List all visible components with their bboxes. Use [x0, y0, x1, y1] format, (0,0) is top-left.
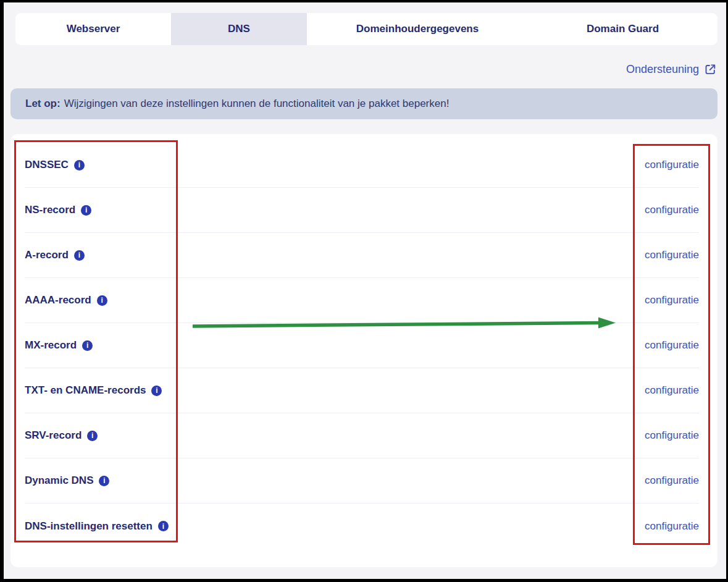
support-link-label: Ondersteuning [626, 63, 699, 76]
tab-dns[interactable]: DNS [171, 13, 307, 45]
setting-label: DNSSEC [25, 159, 69, 171]
info-icon[interactable]: i [99, 476, 109, 486]
setting-label: SRV-record [25, 429, 82, 442]
configuratie-link[interactable]: configuratie [645, 339, 699, 352]
setting-label: TXT- en CNAME-records [25, 384, 146, 397]
configuratie-link[interactable]: configuratie [645, 520, 699, 533]
setting-label: DNS-instellingen resetten [25, 520, 153, 533]
configuratie-link[interactable]: configuratie [645, 249, 699, 261]
tab-label: Domeinhoudergegevens [356, 23, 479, 35]
setting-label: AAAA-record [25, 294, 91, 306]
screenshot-frame: WebserverDNSDomeinhoudergegevensDomain G… [0, 0, 728, 582]
warning-banner-text: Wijzigingen van deze instellingen kunnen… [64, 98, 450, 110]
info-icon[interactable]: i [82, 340, 93, 351]
info-icon[interactable]: i [81, 205, 91, 216]
setting-label: NS-record [25, 204, 75, 216]
settings-row: MX-recordiconfiguratie [25, 323, 699, 368]
tab-bar: WebserverDNSDomeinhoudergegevensDomain G… [15, 13, 718, 45]
settings-row: DNS-instellingen resetteniconfiguratie [25, 504, 699, 549]
configuratie-link[interactable]: configuratie [645, 204, 699, 216]
warning-banner-prefix: Let op: [25, 98, 61, 110]
configuratie-link[interactable]: configuratie [645, 474, 699, 487]
settings-row: AAAA-recordiconfiguratie [25, 278, 699, 323]
tab-label: DNS [228, 23, 250, 35]
warning-banner: Let op: Wijzigingen van deze instellinge… [10, 88, 718, 119]
setting-label: Dynamic DNS [25, 474, 93, 487]
settings-row: TXT- en CNAME-recordsiconfiguratie [25, 368, 699, 413]
tab-label: Webserver [67, 23, 120, 35]
settings-row: Dynamic DNSiconfiguratie [25, 458, 699, 504]
settings-row: NS-recordiconfiguratie [25, 188, 699, 233]
settings-row: SRV-recordiconfiguratie [25, 413, 699, 458]
dns-settings-card: DNSSECiconfiguratieNS-recordiconfigurati… [10, 134, 718, 567]
setting-label: A-record [25, 249, 69, 261]
settings-row: A-recordiconfiguratie [25, 233, 699, 278]
settings-row: DNSSECiconfiguratie [25, 143, 699, 188]
tab-webserver[interactable]: Webserver [15, 13, 171, 45]
setting-label: MX-record [25, 339, 77, 352]
dns-settings-page: WebserverDNSDomeinhoudergegevensDomain G… [4, 2, 726, 579]
external-link-icon [705, 64, 716, 75]
info-icon[interactable]: i [74, 250, 85, 261]
tab-label: Domain Guard [587, 23, 659, 35]
info-icon[interactable]: i [87, 431, 98, 441]
info-icon[interactable]: i [74, 160, 85, 171]
configuratie-link[interactable]: configuratie [645, 294, 699, 306]
tab-domeinhoudergegevens[interactable]: Domeinhoudergegevens [307, 13, 528, 45]
configuratie-link[interactable]: configuratie [645, 429, 699, 442]
configuratie-link[interactable]: configuratie [645, 159, 699, 171]
tab-domain-guard[interactable]: Domain Guard [528, 13, 718, 45]
configuratie-link[interactable]: configuratie [645, 384, 699, 397]
support-row: Ondersteuning [4, 62, 726, 77]
support-link[interactable]: Ondersteuning [626, 63, 716, 76]
info-icon[interactable]: i [151, 386, 162, 396]
info-icon[interactable]: i [158, 521, 169, 531]
info-icon[interactable]: i [97, 295, 107, 306]
